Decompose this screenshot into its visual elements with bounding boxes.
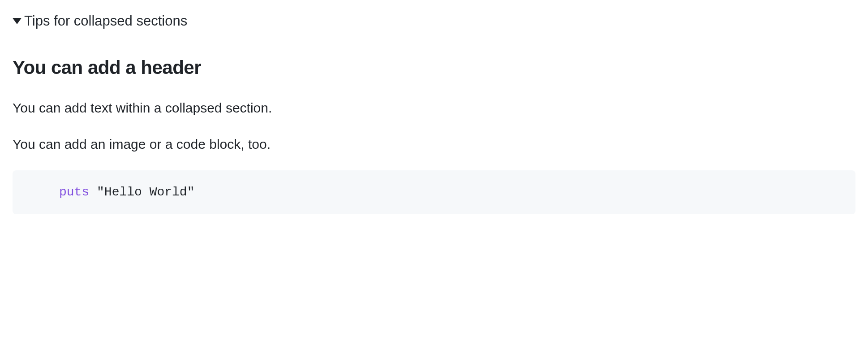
paragraph-text-2: You can add an image or a code block, to… [13, 134, 855, 154]
paragraph-text-1: You can add text within a collapsed sect… [13, 98, 855, 118]
summary-label: Tips for collapsed sections [24, 11, 187, 32]
details-summary[interactable]: Tips for collapsed sections [13, 11, 855, 32]
code-block: puts "Hello World" [13, 170, 855, 214]
code-string: "Hello World" [97, 185, 194, 199]
section-header: You can add a header [13, 53, 855, 82]
disclosure-triangle-icon [13, 18, 21, 24]
code-keyword: puts [59, 185, 89, 199]
